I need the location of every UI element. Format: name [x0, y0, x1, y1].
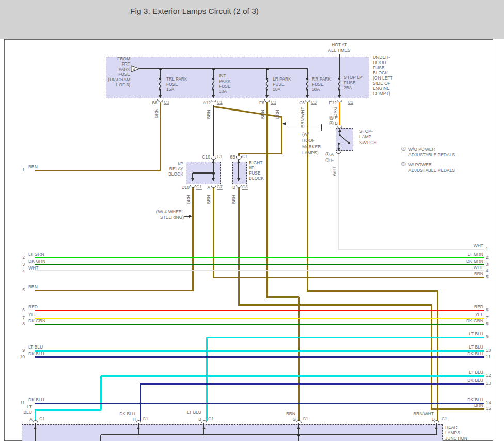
- wire-brn: [307, 102, 308, 292]
- fuse-symbol: [156, 77, 164, 94]
- stop-lamp-switch-contacts: [336, 128, 353, 154]
- diagram-label: C1: [39, 417, 45, 421]
- diagram-label: (W/ 4-WHEEL: [156, 210, 184, 214]
- fuse-symbol: [336, 77, 343, 94]
- diagram-label: 6: [22, 308, 25, 312]
- diagram-label: 12: [486, 373, 491, 378]
- wire-color-label: BRN: [261, 99, 265, 130]
- diagram-label: BLOCK: [373, 71, 388, 75]
- diagram-label: 5: [22, 288, 25, 292]
- wire-brn: [192, 187, 194, 291]
- diagram-label: 10A: [273, 87, 280, 92]
- connector-arc: [211, 99, 216, 102]
- junction-dot: [212, 68, 215, 70]
- diagram-label: FUSE: [273, 82, 285, 87]
- diagram-label: YEL: [475, 312, 483, 317]
- diagram-label: INT: [219, 74, 226, 78]
- diagram-label: 7: [486, 316, 489, 320]
- diagram-label: RED: [474, 305, 483, 309]
- wire-color-label: BRN: [232, 184, 237, 215]
- diagram-label: FUSE: [219, 84, 231, 89]
- diagram-label: WHT: [28, 266, 38, 271]
- diagram-label: DK GRN: [466, 319, 483, 323]
- diagram-label: SWITCH: [359, 140, 377, 145]
- diagram-label: I/P: [249, 166, 254, 170]
- diagram-label: LT BLU: [469, 370, 483, 375]
- wire-dkblu: [35, 356, 484, 358]
- arrow-d: [237, 178, 240, 181]
- wire-k: [139, 68, 308, 69]
- diagram-label: 4: [486, 269, 489, 273]
- diagram-label: DK GRN: [28, 319, 45, 323]
- diagram-label: 5: [486, 275, 489, 279]
- wire-ltgrn: [35, 257, 484, 258]
- diagram-label: YEL: [28, 312, 37, 317]
- diagram-label: C1: [348, 100, 353, 105]
- wire-k: [339, 54, 340, 78]
- diagram-label: FUSE: [373, 66, 385, 70]
- connector-arc: [211, 185, 216, 188]
- diagram-label: BLU: [23, 410, 32, 415]
- diagram-label: DK GRN: [466, 259, 483, 264]
- diagram-label: TRL PARK: [166, 77, 187, 82]
- wire-dkgrn: [35, 264, 484, 265]
- wire-brn: [160, 102, 161, 171]
- diagram-label: WHT: [474, 244, 483, 248]
- diagram-label: BRN: [286, 412, 295, 416]
- diagram-label: 4: [22, 269, 25, 274]
- wire-brn: [431, 408, 484, 410]
- diagram-label: (ON LEFT: [373, 76, 393, 81]
- diagram-label: 10A: [312, 87, 320, 92]
- diagram-label: LT GRN: [468, 252, 483, 257]
- diagram-label: DK BLU: [467, 378, 483, 383]
- wire-color-label: BRN: [207, 184, 211, 215]
- diagram-label: RR PARK: [312, 77, 331, 82]
- diagram-label: 1: [22, 168, 25, 172]
- wire-color-label: BRN: [186, 184, 191, 215]
- diagram-label: 15: [486, 406, 491, 411]
- diagram-label: ENGINE: [373, 86, 390, 91]
- arrow-u: [237, 160, 240, 163]
- diagram-label: BRN: [474, 403, 483, 408]
- arrow-r: [189, 215, 192, 218]
- wire-yel: [35, 318, 484, 319]
- arrow-u: [212, 160, 215, 163]
- diagram-label: C1: [143, 417, 148, 421]
- diagram-label: Ⓐ: [401, 147, 406, 151]
- diagram-label: C3: [164, 100, 169, 105]
- connector-arc: [236, 185, 242, 188]
- diagram-label: MARKER: [302, 145, 321, 149]
- triangle-label: A: [133, 67, 136, 72]
- connector-arc: [201, 420, 207, 423]
- diagram-label: C1: [242, 154, 248, 159]
- wire-color-label: BRN: [275, 99, 280, 130]
- diagram-label: RIGHT: [249, 161, 262, 165]
- junction-dot: [297, 434, 300, 436]
- diagram-label: 7: [22, 316, 25, 320]
- connector-arc: [305, 99, 310, 102]
- diagram-label: 9: [486, 335, 489, 339]
- wire-brn: [266, 102, 268, 298]
- diagram-label: FRT: [122, 62, 130, 67]
- diagram-label: RELAY: [169, 167, 183, 171]
- diagram-label: FUSE: [249, 171, 261, 176]
- diagram-label: STEERING): [160, 215, 184, 220]
- diagram-label: 11: [486, 355, 491, 359]
- diagram-label: HOT AT: [332, 43, 347, 48]
- wire-ltblu: [101, 375, 484, 377]
- diagram-label: C1: [208, 417, 214, 421]
- diagram-label: STOP-: [359, 129, 373, 134]
- diagram-label: 3: [486, 262, 489, 267]
- diagram-label: REAR: [445, 425, 458, 430]
- arrow-d: [212, 95, 215, 98]
- diagram-label: 8: [22, 322, 25, 326]
- diagram-label: B: [198, 417, 201, 422]
- wire-dkblu: [140, 383, 484, 385]
- arrow-d: [191, 178, 194, 181]
- diagram-label: COMPT): [373, 91, 390, 96]
- diagram-label: STOP LP: [344, 75, 363, 80]
- diagram-label: G: [292, 417, 296, 422]
- arrow-d: [338, 95, 341, 98]
- diagram-label: 6B: [230, 155, 235, 160]
- diagram-label: 14: [486, 401, 491, 405]
